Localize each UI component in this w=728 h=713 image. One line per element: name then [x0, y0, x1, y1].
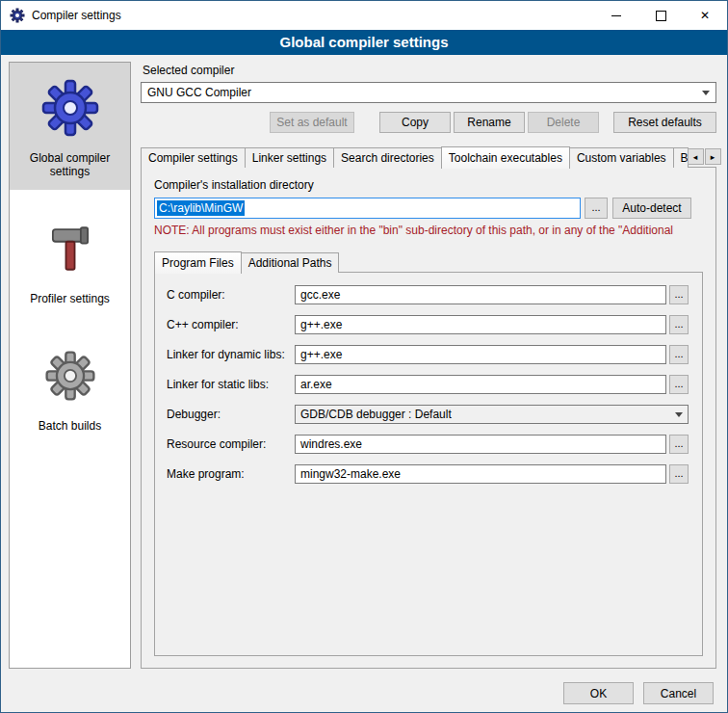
- cpp-compiler-input[interactable]: g++.exe: [295, 315, 666, 334]
- content-area: Global compiler settings Profiler settin…: [1, 55, 727, 674]
- sidebar-item-label: Global compiler settings: [13, 151, 127, 178]
- tab-compiler-settings[interactable]: Compiler settings: [141, 147, 246, 168]
- field-label: Linker for static libs:: [167, 378, 295, 391]
- sidebar-item-global-compiler-settings[interactable]: Global compiler settings: [10, 63, 130, 190]
- selected-compiler-dropdown[interactable]: GNU GCC Compiler: [141, 82, 716, 103]
- set-as-default-button: Set as default: [270, 112, 354, 133]
- c-compiler-input[interactable]: gcc.exe: [295, 285, 666, 304]
- hammer-icon: [13, 215, 127, 282]
- install-dir-value: C:\raylib\MinGW: [157, 200, 245, 216]
- field-value: gcc.exe: [300, 288, 340, 302]
- chevron-down-icon: [702, 91, 710, 95]
- install-dir-input[interactable]: C:\raylib\MinGW: [154, 198, 581, 219]
- tab-search-directories[interactable]: Search directories: [333, 147, 442, 168]
- program-files-panel: C compiler: gcc.exe ... C++ compiler: g+…: [154, 272, 703, 656]
- gear-blue-icon: [13, 74, 127, 142]
- install-dir-row: C:\raylib\MinGW ... Auto-detect: [154, 198, 703, 219]
- field-label: C compiler:: [167, 288, 295, 302]
- make-program-input[interactable]: mingw32-make.exe: [295, 464, 666, 484]
- field-row-static-linker: Linker for static libs: ar.exe ...: [167, 375, 690, 394]
- tab-toolchain-executables[interactable]: Toolchain executables: [441, 146, 570, 169]
- field-row-make-program: Make program: mingw32-make.exe ...: [167, 464, 690, 484]
- close-button[interactable]: ✕: [683, 1, 727, 30]
- main-tab-strip: Compiler settings Linker settings Search…: [141, 146, 716, 168]
- dynamic-linker-browse-button[interactable]: ...: [669, 345, 689, 364]
- tab-build-options[interactable]: Build: [673, 147, 689, 168]
- app-icon: [10, 8, 25, 23]
- field-row-cpp-compiler: C++ compiler: g++.exe ...: [167, 315, 690, 334]
- field-value: g++.exe: [300, 318, 342, 331]
- field-label: Debugger:: [167, 408, 295, 421]
- sidebar-item-profiler-settings[interactable]: Profiler settings: [10, 203, 130, 317]
- field-row-dynamic-linker: Linker for dynamic libs: g++.exe ...: [167, 345, 690, 364]
- dynamic-linker-input[interactable]: g++.exe: [295, 345, 666, 364]
- field-label: Resource compiler:: [167, 437, 295, 451]
- rename-button[interactable]: Rename: [454, 112, 525, 133]
- sidebar-item-label: Batch builds: [13, 419, 127, 433]
- static-linker-browse-button[interactable]: ...: [669, 375, 689, 394]
- c-compiler-browse-button[interactable]: ...: [669, 285, 689, 304]
- cpp-compiler-browse-button[interactable]: ...: [669, 315, 689, 334]
- delete-button: Delete: [528, 112, 599, 133]
- field-value: mingw32-make.exe: [300, 467, 401, 481]
- window-title: Compiler settings: [32, 9, 594, 22]
- make-program-browse-button[interactable]: ...: [669, 464, 689, 484]
- dialog-footer: OK Cancel: [1, 674, 727, 712]
- sidebar-item-label: Profiler settings: [13, 292, 127, 305]
- resource-compiler-browse-button[interactable]: ...: [669, 435, 689, 454]
- copy-button[interactable]: Copy: [379, 112, 451, 133]
- tab-linker-settings[interactable]: Linker settings: [245, 147, 334, 168]
- close-icon: ✕: [700, 9, 710, 22]
- toolchain-executables-panel: Compiler's installation directory C:\ray…: [141, 167, 716, 669]
- window-controls: ✕: [594, 1, 727, 30]
- main-panel: Selected compiler GNU GCC Compiler Set a…: [141, 62, 716, 669]
- maximize-button[interactable]: [638, 1, 683, 30]
- resource-compiler-input[interactable]: windres.exe: [295, 435, 666, 454]
- ok-button[interactable]: OK: [563, 682, 634, 704]
- title-bar: Compiler settings ✕: [1, 1, 727, 30]
- field-label: Make program:: [167, 467, 295, 481]
- field-label: Linker for dynamic libs:: [167, 348, 295, 361]
- tab-scroll-left-icon[interactable]: ◂: [688, 148, 704, 165]
- compiler-buttons-row: Set as default Copy Rename Delete Reset …: [141, 112, 716, 133]
- tab-scroll-buttons: ◂ ▸: [688, 148, 721, 165]
- field-row-c-compiler: C compiler: gcc.exe ...: [167, 285, 690, 304]
- sidebar-item-batch-builds[interactable]: Batch builds: [10, 330, 130, 444]
- auto-detect-button[interactable]: Auto-detect: [612, 198, 691, 219]
- tab-additional-paths[interactable]: Additional Paths: [241, 252, 340, 273]
- field-label: C++ compiler:: [167, 318, 295, 331]
- field-value: g++.exe: [300, 348, 342, 361]
- tab-program-files[interactable]: Program Files: [154, 251, 242, 274]
- field-row-debugger: Debugger: GDB/CDB debugger : Default: [167, 405, 690, 424]
- cancel-button[interactable]: Cancel: [643, 682, 714, 704]
- field-value: GDB/CDB debugger : Default: [300, 408, 452, 421]
- minimize-icon: [611, 15, 621, 16]
- minimize-button[interactable]: [594, 1, 638, 30]
- install-dir-browse-button[interactable]: ...: [585, 198, 608, 219]
- sub-tab-strip: Program Files Additional Paths: [154, 251, 703, 273]
- gear-gray-icon: [13, 342, 127, 409]
- settings-sidebar: Global compiler settings Profiler settin…: [9, 62, 131, 669]
- chevron-down-icon: [675, 412, 683, 417]
- debugger-dropdown[interactable]: GDB/CDB debugger : Default: [295, 405, 689, 424]
- selected-compiler-label: Selected compiler: [143, 64, 716, 77]
- reset-defaults-button[interactable]: Reset defaults: [613, 112, 716, 133]
- maximize-icon: [656, 11, 666, 21]
- install-dir-label: Compiler's installation directory: [154, 178, 703, 192]
- field-value: windres.exe: [300, 437, 362, 451]
- field-value: ar.exe: [300, 378, 332, 391]
- selected-compiler-value: GNU GCC Compiler: [147, 86, 696, 99]
- page-title: Global compiler settings: [1, 30, 727, 55]
- field-row-resource-compiler: Resource compiler: windres.exe ...: [167, 435, 690, 454]
- note-text: NOTE: All programs must exist either in …: [154, 224, 703, 237]
- tab-scroll-right-icon[interactable]: ▸: [705, 148, 721, 165]
- tab-custom-variables[interactable]: Custom variables: [569, 147, 674, 168]
- compiler-settings-window: Compiler settings ✕ Global compiler sett…: [0, 0, 728, 713]
- static-linker-input[interactable]: ar.exe: [295, 375, 666, 394]
